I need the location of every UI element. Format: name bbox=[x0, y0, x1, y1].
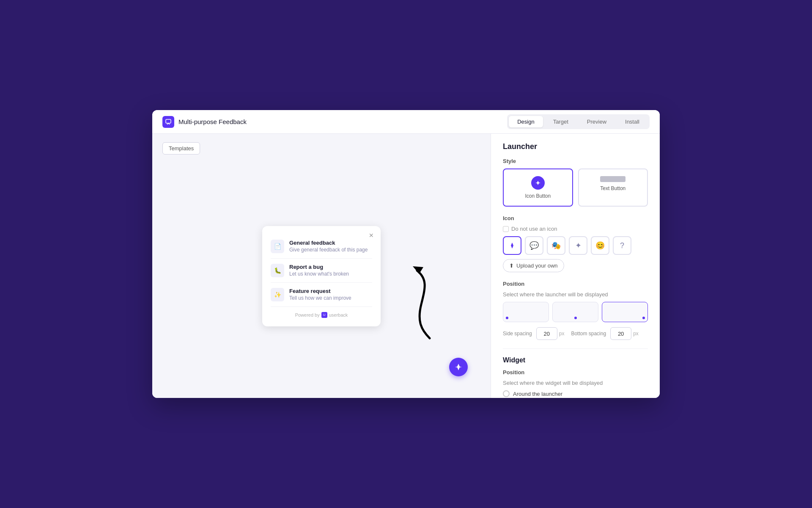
widget-position-label: Position bbox=[503, 369, 648, 375]
style-option-icon[interactable]: Icon Button bbox=[503, 168, 573, 207]
icon-button-preview bbox=[531, 176, 545, 190]
do-not-use-row: Do not use an icon bbox=[503, 226, 648, 232]
app-container: Multi-purpose Feedback Design Target Pre… bbox=[152, 110, 660, 398]
do-not-use-label: Do not use an icon bbox=[511, 226, 557, 232]
feedback-item-title: General feedback bbox=[289, 240, 368, 246]
side-spacing-field: Side spacing px bbox=[503, 327, 564, 340]
header-tabs: Design Target Preview Install bbox=[507, 114, 650, 129]
radio-around-launcher[interactable]: Around the launcher bbox=[503, 390, 648, 397]
icon-option-smile[interactable]: 😊 bbox=[591, 236, 609, 255]
tab-target[interactable]: Target bbox=[545, 116, 577, 127]
icon-option-star[interactable]: ✦ bbox=[569, 236, 587, 255]
position-cell-center[interactable] bbox=[552, 302, 598, 322]
upload-icon: ⬆ bbox=[509, 262, 514, 269]
app-logo-icon bbox=[162, 116, 174, 128]
svg-marker-1 bbox=[413, 266, 423, 274]
position-cell-right[interactable] bbox=[602, 302, 648, 322]
launcher-section-title: Launcher bbox=[503, 142, 648, 151]
icon-option-arrow[interactable] bbox=[503, 236, 521, 255]
svg-rect-0 bbox=[166, 119, 171, 123]
launcher-fab[interactable] bbox=[449, 358, 468, 376]
icon-option-chat[interactable]: 💬 bbox=[525, 236, 543, 255]
position-label: Position bbox=[503, 281, 648, 287]
bottom-spacing-field: Bottom spacing px bbox=[571, 327, 638, 340]
feedback-item-subtitle: Give general feedback of this page bbox=[289, 247, 368, 253]
brand-icon: U bbox=[321, 312, 327, 318]
position-sublabel: Select where the launcher will be displa… bbox=[503, 291, 648, 298]
list-item[interactable]: ✨ Feature request Tell us how we can imp… bbox=[271, 283, 372, 307]
svg-marker-3 bbox=[535, 181, 540, 185]
icon-label: Icon bbox=[503, 215, 648, 221]
widget-position-options: Around the launcher Center bbox=[503, 390, 648, 398]
widget-popup: ✕ 📄 General feedback Give general feedba… bbox=[262, 226, 381, 326]
icon-options: 💬 🎭 ✦ 😊 ? bbox=[503, 236, 648, 255]
feature-icon: ✨ bbox=[271, 288, 284, 301]
bug-item-title: Report a bug bbox=[289, 264, 349, 270]
position-section: Position Select where the launcher will … bbox=[503, 281, 648, 340]
header-logo: Multi-purpose Feedback bbox=[162, 116, 247, 128]
radio-label-around: Around the launcher bbox=[513, 391, 562, 397]
radio-circle-around bbox=[503, 390, 510, 397]
feedback-icon: 📄 bbox=[271, 240, 284, 253]
style-option-text[interactable]: Text Button bbox=[578, 168, 648, 207]
bottom-spacing-label: Bottom spacing bbox=[571, 331, 606, 337]
widget-section: Widget Position Select where the widget … bbox=[503, 356, 648, 398]
bottom-spacing-unit: px bbox=[633, 331, 639, 337]
tab-design[interactable]: Design bbox=[509, 116, 543, 127]
position-grid bbox=[503, 302, 648, 322]
side-spacing-unit: px bbox=[559, 331, 565, 337]
feature-item-subtitle: Tell us how we can improve bbox=[289, 295, 351, 301]
position-cell-left[interactable] bbox=[503, 302, 549, 322]
templates-button[interactable]: Templates bbox=[162, 142, 200, 155]
side-spacing-label: Side spacing bbox=[503, 331, 532, 337]
bottom-spacing-input[interactable] bbox=[610, 327, 631, 340]
bug-icon: 🐛 bbox=[271, 264, 284, 277]
list-item[interactable]: 🐛 Report a bug Let us know what's broken bbox=[271, 259, 372, 283]
right-panel: Launcher Style Icon Button bbox=[491, 134, 660, 398]
powered-by: Powered by U userback bbox=[271, 312, 372, 318]
bug-item-subtitle: Let us know what's broken bbox=[289, 271, 349, 277]
tab-install[interactable]: Install bbox=[617, 116, 648, 127]
icon-option-mask[interactable]: 🎭 bbox=[547, 236, 565, 255]
widget-section-title: Widget bbox=[503, 356, 648, 364]
spacing-row: Side spacing px Bottom spacing px bbox=[503, 327, 648, 340]
header: Multi-purpose Feedback Design Target Pre… bbox=[152, 110, 660, 134]
feature-item-title: Feature request bbox=[289, 288, 351, 294]
upload-label: Upload your own bbox=[516, 262, 558, 269]
icon-section: Icon Do not use an icon 💬 🎭 ✦ 😊 ? bbox=[503, 215, 648, 272]
icon-option-question[interactable]: ? bbox=[613, 236, 631, 255]
app-title: Multi-purpose Feedback bbox=[178, 118, 247, 125]
widget-position-sublabel: Select where the widget will be displaye… bbox=[503, 380, 648, 386]
side-spacing-input[interactable] bbox=[536, 327, 557, 340]
main-layout: Templates ✕ 📄 General feedback Give gene… bbox=[152, 134, 660, 398]
icon-button-label: Icon Button bbox=[525, 193, 551, 199]
position-dot-right bbox=[642, 317, 645, 319]
position-dot-left bbox=[506, 317, 508, 319]
text-button-label: Text Button bbox=[600, 185, 625, 191]
list-item[interactable]: 📄 General feedback Give general feedback… bbox=[271, 235, 372, 259]
powered-by-text: Powered by bbox=[295, 312, 320, 318]
position-dot-center bbox=[574, 317, 577, 319]
brand-name: userback bbox=[329, 312, 348, 318]
tab-preview[interactable]: Preview bbox=[579, 116, 615, 127]
style-options: Icon Button Text Button bbox=[503, 168, 648, 207]
upload-your-own-button[interactable]: ⬆ Upload your own bbox=[503, 259, 564, 272]
style-label: Style bbox=[503, 158, 648, 164]
preview-area: ✕ 📄 General feedback Give general feedba… bbox=[162, 163, 480, 389]
widget-close-button[interactable]: ✕ bbox=[367, 231, 376, 240]
do-not-use-checkbox[interactable] bbox=[503, 226, 509, 232]
svg-marker-2 bbox=[457, 364, 460, 370]
left-panel: Templates ✕ 📄 General feedback Give gene… bbox=[152, 134, 491, 398]
style-section: Style Icon Button Text Button bbox=[503, 158, 648, 207]
text-button-preview bbox=[600, 176, 625, 182]
divider bbox=[503, 348, 648, 349]
svg-marker-4 bbox=[511, 243, 513, 248]
